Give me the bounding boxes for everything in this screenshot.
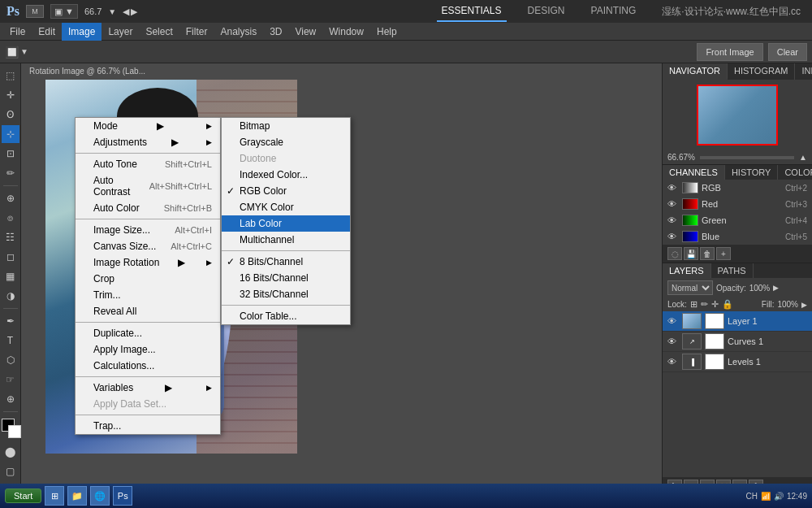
clear-button[interactable]: Clear (768, 43, 807, 61)
channel-eye-blue[interactable]: 👁 (667, 232, 679, 241)
mode-grayscale[interactable]: Grayscale (222, 134, 350, 150)
zoom-slider[interactable] (700, 156, 794, 159)
menu-item-calculations[interactable]: Calculations... (76, 358, 220, 374)
channel-row-red[interactable]: 👁 Red Ctrl+3 (663, 196, 812, 212)
tool-screen-mode[interactable]: ▢ (2, 462, 19, 480)
lock-checkerboard[interactable]: ⊞ (690, 299, 698, 310)
layers-tabs[interactable]: LAYERS PATHS (663, 263, 812, 278)
layer-eye-curves[interactable]: 👁 (667, 336, 679, 346)
view-controls[interactable]: ◀ ▶ (123, 7, 137, 17)
channel-eye-green[interactable]: 👁 (667, 215, 679, 225)
menu-item-image-rotation[interactable]: Image Rotation ▶ (76, 254, 220, 271)
layer-row-1[interactable]: 👁 Layer 1 (663, 311, 812, 332)
menu-image[interactable]: Image (62, 23, 102, 41)
tab-extra[interactable]: 湿练·设计论坛·www.红色中国.cc (657, 2, 806, 22)
tab-navigator[interactable]: NAVIGATOR (663, 63, 728, 80)
start-button[interactable]: Start (5, 488, 41, 503)
menu-item-image-size[interactable]: Image Size... Alt+Ctrl+I (76, 222, 220, 238)
menu-item-crop[interactable]: Crop (76, 271, 220, 287)
ch-delete[interactable]: 🗑 (700, 247, 715, 260)
layer-row-curves[interactable]: 👁 ↗ Curves 1 (663, 332, 812, 352)
tab-channels[interactable]: CHANNELS (663, 165, 725, 180)
channel-row-blue[interactable]: 👁 Blue Ctrl+5 (663, 228, 812, 245)
background-color[interactable] (8, 425, 21, 438)
channels-tabs[interactable]: CHANNELS HISTORY COLOR (663, 165, 812, 180)
zoom-in-icon[interactable]: ▲ (799, 153, 807, 162)
menu-item-auto-color[interactable]: Auto Color Shift+Ctrl+B (76, 200, 220, 216)
tab-history[interactable]: HISTORY (725, 165, 779, 180)
mode-submenu[interactable]: Bitmap Grayscale Duotone Indexed Color..… (221, 117, 351, 325)
tool-gradient[interactable]: ▦ (2, 267, 19, 285)
lock-move[interactable]: ✛ (711, 299, 719, 310)
image-dropdown-menu[interactable]: Mode ▶ Adjustments ▶ Auto Tone Shift+Ctr… (75, 117, 221, 435)
menu-layer[interactable]: Layer (102, 23, 139, 41)
tool-text[interactable]: T (2, 332, 19, 350)
tool-lasso[interactable]: ʘ (2, 106, 19, 124)
mode-bitmap[interactable]: Bitmap (222, 118, 350, 134)
tool-crop[interactable]: ⊡ (2, 145, 19, 163)
tool-preset[interactable]: 🔲 ▼ (5, 46, 28, 59)
mode-selector[interactable]: ▣▼ (50, 4, 78, 19)
blend-mode-select[interactable]: Normal Multiply Screen (667, 280, 713, 295)
tool-zoom[interactable]: ⊕ (2, 390, 19, 408)
tab-paths[interactable]: PATHS (711, 263, 754, 278)
tab-info[interactable]: INFO (795, 63, 812, 80)
fill-arrow[interactable]: ▶ (801, 301, 807, 309)
menu-item-auto-tone[interactable]: Auto Tone Shift+Ctrl+L (76, 156, 220, 172)
taskbar-icon-browser[interactable]: 🌐 (90, 486, 110, 506)
tab-design[interactable]: DESIGN (523, 2, 570, 22)
layer-row-levels[interactable]: 👁 ▐ Levels 1 (663, 352, 812, 372)
mode-cmyk-color[interactable]: CMYK Color (222, 199, 350, 215)
menu-item-reveal-all[interactable]: Reveal All (76, 303, 220, 319)
opacity-arrow[interactable]: ▶ (773, 284, 779, 292)
workspace-tabs[interactable]: ESSENTIALS DESIGN PAINTING 湿练·设计论坛·www.红… (437, 2, 806, 22)
menu-window[interactable]: Window (322, 23, 370, 41)
menu-item-duplicate[interactable]: Duplicate... (76, 325, 220, 341)
menu-item-adjustments[interactable]: Adjustments ▶ (76, 134, 220, 150)
tool-clone[interactable]: ☷ (2, 228, 19, 246)
menu-help[interactable]: Help (370, 23, 404, 41)
tool-dodge[interactable]: ◑ (2, 287, 19, 305)
tool-shape[interactable]: ⬡ (2, 351, 19, 369)
tool-quick-mask[interactable]: ⬤ (2, 443, 19, 461)
tool-marquee[interactable]: ⬚ (2, 67, 19, 85)
menu-item-canvas-size[interactable]: Canvas Size... Alt+Ctrl+C (76, 238, 220, 254)
tab-histogram[interactable]: HISTOGRAM (728, 63, 795, 80)
tool-magic-wand[interactable]: ⊹ (2, 125, 19, 143)
mode-rgb-color[interactable]: RGB Color (222, 183, 350, 199)
mode-16bit[interactable]: 16 Bits/Channel (222, 270, 350, 286)
menu-file[interactable]: File (3, 23, 32, 41)
menu-item-apply-image[interactable]: Apply Image... (76, 341, 220, 358)
tab-essentials[interactable]: ESSENTIALS (437, 2, 507, 22)
tool-eyedropper[interactable]: ✏ (2, 164, 19, 182)
ch-save[interactable]: 💾 (684, 247, 698, 260)
tool-eraser[interactable]: ◻ (2, 248, 19, 266)
channel-eye-rgb[interactable]: 👁 (667, 183, 679, 193)
tool-pen[interactable]: ✒ (2, 312, 19, 330)
ch-dotted-circle[interactable]: ◌ (667, 247, 682, 260)
menu-filter[interactable]: Filter (179, 23, 214, 41)
menu-item-auto-contrast[interactable]: Auto Contrast Alt+Shift+Ctrl+L (76, 172, 220, 200)
channel-eye-red[interactable]: 👁 (667, 199, 679, 209)
menu-select[interactable]: Select (139, 23, 179, 41)
mode-32bit[interactable]: 32 Bits/Channel (222, 286, 350, 302)
menu-analysis[interactable]: Analysis (214, 23, 263, 41)
ch-new[interactable]: + (716, 247, 731, 260)
menu-3d[interactable]: 3D (263, 23, 288, 41)
menu-item-variables[interactable]: Variables ▶ (76, 380, 220, 396)
tool-move[interactable]: ✛ (2, 86, 19, 104)
mode-multichannel[interactable]: Multichannel (222, 232, 350, 248)
layer-eye-levels[interactable]: 👁 (667, 357, 679, 367)
mode-indexed-color[interactable]: Indexed Color... (222, 167, 350, 183)
lock-brush[interactable]: ✏ (701, 299, 708, 310)
menu-view[interactable]: View (288, 23, 322, 41)
menu-item-trim[interactable]: Trim... (76, 287, 220, 303)
taskbar-icon-windows[interactable]: ⊞ (45, 486, 64, 506)
tool-brush[interactable]: ⌾ (2, 209, 19, 227)
tab-layers[interactable]: LAYERS (663, 263, 711, 278)
menu-item-mode[interactable]: Mode ▶ (76, 118, 220, 134)
menu-edit[interactable]: Edit (32, 23, 62, 41)
taskbar-icon-explorer[interactable]: 📁 (67, 486, 87, 506)
channel-row-green[interactable]: 👁 Green Ctrl+4 (663, 212, 812, 228)
layer-eye-1[interactable]: 👁 (667, 316, 679, 326)
